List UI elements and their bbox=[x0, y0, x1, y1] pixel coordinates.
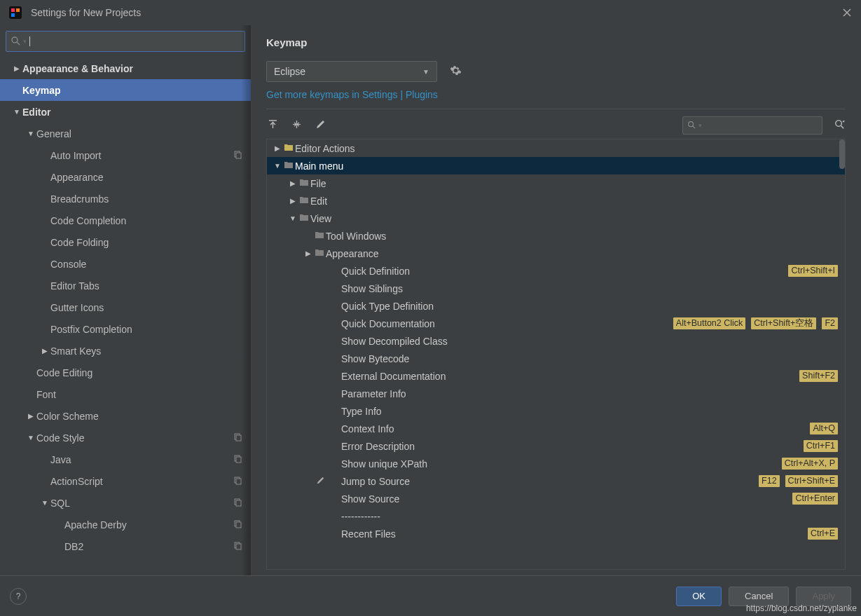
nav-item-code-style[interactable]: ▼Code Style bbox=[0, 427, 251, 449]
action-recent-files[interactable]: Recent FilesCtrl+E bbox=[267, 525, 845, 542]
nav-item-code-editing[interactable]: Code Editing bbox=[0, 362, 251, 383]
find-action-by-shortcut-icon[interactable] bbox=[834, 118, 846, 132]
keymap-scheme-dropdown[interactable]: Eclipse ▼ bbox=[266, 61, 437, 82]
svg-point-19 bbox=[689, 121, 694, 126]
copy-icon bbox=[233, 432, 242, 444]
action-external-documentation[interactable]: External DocumentationShift+F2 bbox=[267, 367, 845, 385]
nav-item-keymap[interactable]: Keymap bbox=[0, 79, 251, 101]
action-search[interactable]: ▾ bbox=[682, 116, 822, 135]
nav-item-postfix-completion[interactable]: Postfix Completion bbox=[0, 318, 251, 340]
action-label: Parameter Info bbox=[341, 388, 838, 399]
titlebar: Settings for New Projects bbox=[0, 0, 861, 25]
nav-item-smart-keys[interactable]: ▶Smart Keys bbox=[0, 340, 251, 362]
nav-item-actionscript[interactable]: ActionScript bbox=[0, 470, 251, 492]
nav-item-label: Gutter Icons bbox=[50, 302, 242, 313]
action-label: Recent Files bbox=[341, 528, 808, 540]
collapse-all-icon[interactable] bbox=[290, 119, 303, 132]
action-view[interactable]: ▼View bbox=[267, 210, 845, 227]
close-icon[interactable] bbox=[841, 7, 853, 18]
folder-icon bbox=[298, 178, 310, 189]
action-label: Main menu bbox=[295, 160, 838, 172]
action-label: Quick Definition bbox=[341, 266, 788, 277]
nav-item-appearance-behavior[interactable]: ▶Appearance & Behavior bbox=[0, 57, 251, 79]
nav-item-font[interactable]: Font bbox=[0, 383, 251, 405]
nav-item-apache-derby[interactable]: Apache Derby bbox=[0, 514, 251, 535]
nav-item-db2[interactable]: DB2 bbox=[0, 535, 251, 557]
action-tool-windows[interactable]: Tool Windows bbox=[267, 227, 845, 245]
cancel-button[interactable]: Cancel bbox=[729, 587, 789, 606]
action-edit[interactable]: ▶Edit bbox=[267, 192, 845, 210]
edit-icon[interactable] bbox=[314, 119, 326, 132]
shortcut-badge: Ctrl+E bbox=[808, 528, 838, 540]
svg-point-4 bbox=[12, 37, 18, 43]
action-label: Appearance bbox=[326, 248, 838, 259]
action-tree[interactable]: ▶Editor Actions▼Main menu▶File▶Edit▼View… bbox=[266, 139, 846, 570]
nav-item-label: Appearance bbox=[50, 172, 242, 183]
action-file[interactable]: ▶File bbox=[267, 174, 845, 192]
shortcut-list: Ctrl+E bbox=[808, 528, 838, 540]
copy-icon bbox=[233, 519, 242, 531]
svg-rect-2 bbox=[16, 8, 20, 12]
action-main-menu[interactable]: ▼Main menu bbox=[267, 157, 845, 174]
get-more-keymaps-link[interactable]: Get more keymaps in Settings | Plugins bbox=[266, 89, 438, 100]
nav-item-breadcrumbs[interactable]: Breadcrumbs bbox=[0, 188, 251, 210]
nav-item-gutter-icons[interactable]: Gutter Icons bbox=[0, 296, 251, 318]
action-show-source[interactable]: Show SourceCtrl+Enter bbox=[267, 490, 845, 507]
nav-item-label: Keymap bbox=[22, 85, 242, 96]
svg-rect-14 bbox=[236, 500, 241, 506]
nav-item-editor-tabs[interactable]: Editor Tabs bbox=[0, 275, 251, 296]
expand-all-icon[interactable] bbox=[266, 119, 279, 132]
nav-item-label: Apache Derby bbox=[64, 519, 233, 531]
shortcut-list: Ctrl+Enter bbox=[792, 493, 838, 505]
action--[interactable]: ------------ bbox=[267, 507, 845, 525]
settings-search[interactable]: ▾ bbox=[6, 31, 245, 52]
nav-item-label: Appearance & Behavior bbox=[22, 63, 242, 74]
scrollbar-thumb[interactable] bbox=[839, 139, 845, 169]
ok-button[interactable]: OK bbox=[676, 587, 722, 606]
nav-item-color-scheme[interactable]: ▶Color Scheme bbox=[0, 405, 251, 427]
search-icon bbox=[687, 121, 696, 131]
action-show-bytecode[interactable]: Show Bytecode bbox=[267, 350, 845, 367]
chevron-right-icon: ▶ bbox=[11, 64, 22, 72]
action-jump-to-source[interactable]: Jump to SourceF12Ctrl+Shift+E bbox=[267, 472, 845, 490]
action-error-description[interactable]: Error DescriptionCtrl+F1 bbox=[267, 437, 845, 455]
settings-tree[interactable]: ▶Appearance & BehaviorKeymap▼Editor▼Gene… bbox=[0, 57, 251, 575]
nav-item-label: Code Style bbox=[36, 432, 233, 444]
svg-rect-6 bbox=[236, 153, 241, 158]
action-editor-actions[interactable]: ▶Editor Actions bbox=[267, 139, 845, 157]
action-show-siblings[interactable]: Show Siblings bbox=[267, 280, 845, 297]
svg-rect-1 bbox=[11, 8, 15, 12]
nav-item-auto-import[interactable]: Auto Import bbox=[0, 144, 251, 166]
action-context-info[interactable]: Context InfoAlt+Q bbox=[267, 420, 845, 437]
shortcut-badge: F2 bbox=[822, 317, 838, 329]
action-label: Quick Type Definition bbox=[341, 301, 838, 312]
nav-item-code-completion[interactable]: Code Completion bbox=[0, 210, 251, 231]
action-type-info[interactable]: Type Info bbox=[267, 402, 845, 420]
action-appearance[interactable]: ▶Appearance bbox=[267, 245, 845, 262]
chevron-down-icon: ▼ bbox=[273, 162, 282, 170]
action-quick-documentation[interactable]: Quick DocumentationAlt+Button2 ClickCtrl… bbox=[267, 315, 845, 332]
nav-item-java[interactable]: Java bbox=[0, 449, 251, 470]
action-parameter-info[interactable]: Parameter Info bbox=[267, 385, 845, 402]
apply-button[interactable]: Apply bbox=[796, 587, 851, 606]
nav-item-general[interactable]: ▼General bbox=[0, 123, 251, 144]
action-show-decompiled-class[interactable]: Show Decompiled Class bbox=[267, 332, 845, 350]
action-label: Show unique XPath bbox=[341, 458, 782, 470]
action-quick-type-definition[interactable]: Quick Type Definition bbox=[267, 297, 845, 315]
shortcut-list: Alt+Button2 ClickCtrl+Shift+空格F2 bbox=[673, 317, 838, 329]
svg-rect-3 bbox=[11, 13, 15, 17]
gear-icon[interactable] bbox=[450, 64, 462, 78]
page-title: Keymap bbox=[266, 36, 846, 48]
nav-item-code-folding[interactable]: Code Folding bbox=[0, 231, 251, 253]
help-button[interactable]: ? bbox=[10, 588, 27, 605]
nav-item-appearance[interactable]: Appearance bbox=[0, 166, 251, 188]
shortcut-badge: Alt+Q bbox=[810, 423, 838, 434]
nav-item-console[interactable]: Console bbox=[0, 253, 251, 275]
settings-search-input[interactable] bbox=[30, 36, 240, 47]
action-show-unique-xpath[interactable]: Show unique XPathCtrl+Alt+X, P bbox=[267, 455, 845, 472]
nav-item-sql[interactable]: ▼SQL bbox=[0, 492, 251, 514]
nav-item-editor[interactable]: ▼Editor bbox=[0, 101, 251, 123]
chevron-down-icon: ▼ bbox=[422, 68, 429, 76]
keymap-panel: Keymap Eclipse ▼ Get more keymaps in Set… bbox=[251, 25, 861, 575]
action-quick-definition[interactable]: Quick DefinitionCtrl+Shift+I bbox=[267, 262, 845, 280]
